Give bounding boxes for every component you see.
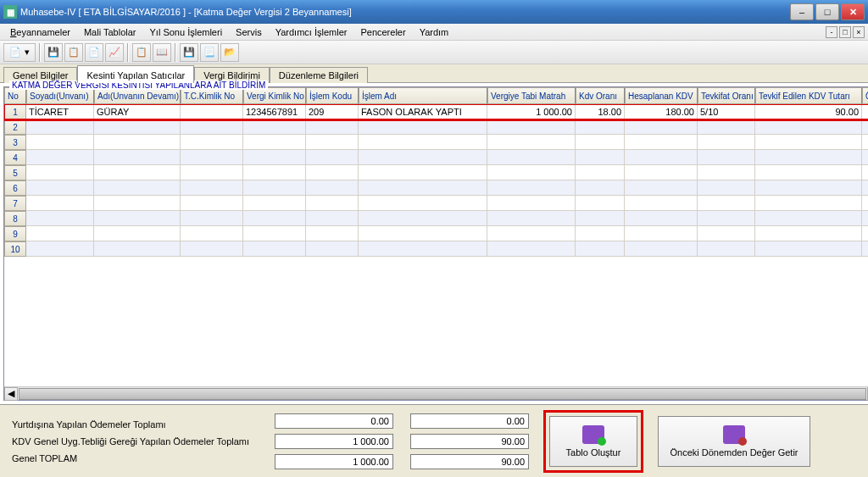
col-tevkifat-orani[interactable]: Tevkifat Oranı <box>698 87 755 104</box>
minimize-button[interactable]: – <box>790 3 814 20</box>
grid-cell[interactable] <box>94 180 181 196</box>
menu-servis[interactable]: Servis <box>229 25 269 39</box>
grid-cell[interactable] <box>698 211 755 226</box>
grid-cell[interactable] <box>359 135 487 150</box>
grid-cell[interactable] <box>359 165 487 180</box>
mdi-minimize[interactable]: - <box>826 26 837 38</box>
table-row[interactable]: 2 <box>4 119 868 135</box>
col-islem-kodu[interactable]: İşlem Kodu <box>306 87 359 104</box>
menu-yardim[interactable]: Yardım <box>413 25 456 39</box>
grid-cell[interactable]: 90.00 <box>755 104 862 119</box>
grid-cell[interactable] <box>755 119 862 135</box>
grid-cell[interactable] <box>487 150 576 165</box>
grid-cell[interactable] <box>306 135 359 150</box>
toolbar-btn-4[interactable]: 📈 <box>105 43 124 62</box>
col-soyadi[interactable]: Soyadı(Unvanı) <box>26 87 94 104</box>
grid-cell[interactable] <box>181 211 243 226</box>
grid-cell[interactable] <box>359 241 487 257</box>
table-row[interactable]: 10 <box>4 241 868 257</box>
row-header[interactable]: 7 <box>4 196 26 211</box>
field-yurt-disi-2[interactable]: 0.00 <box>410 413 529 429</box>
row-header[interactable]: 2 <box>4 119 26 135</box>
grid-cell[interactable] <box>698 180 755 196</box>
col-hesaplanan-kdv[interactable]: Hesaplanan KDV <box>625 87 698 104</box>
grid-cell[interactable] <box>243 135 306 150</box>
grid-cell[interactable] <box>576 135 625 150</box>
grid-cell[interactable] <box>862 135 868 150</box>
row-header[interactable]: 1 <box>4 104 26 119</box>
grid-cell[interactable] <box>625 196 698 211</box>
grid-cell[interactable] <box>243 180 306 196</box>
grid-cell[interactable] <box>576 196 625 211</box>
grid-cell[interactable] <box>359 180 487 196</box>
table-row[interactable]: 7 <box>4 196 868 211</box>
table-row[interactable]: 4 <box>4 150 868 165</box>
row-header[interactable]: 8 <box>4 211 26 226</box>
grid-cell[interactable] <box>625 211 698 226</box>
grid-cell[interactable] <box>862 211 868 226</box>
grid-cell[interactable] <box>181 150 243 165</box>
grid-cell[interactable] <box>698 241 755 257</box>
grid-cell[interactable]: 18.00 <box>576 104 625 119</box>
onceki-donem-button[interactable]: Önceki Dönemden Değer Getir <box>658 416 810 467</box>
grid-cell[interactable] <box>862 196 868 211</box>
grid-cell[interactable] <box>698 150 755 165</box>
grid-cell[interactable] <box>94 196 181 211</box>
horizontal-scrollbar[interactable]: ◀ ▶ <box>4 386 868 400</box>
grid-cell[interactable] <box>181 135 243 150</box>
grid-cell[interactable] <box>181 226 243 241</box>
grid-cell[interactable] <box>243 211 306 226</box>
grid-cell[interactable] <box>26 119 94 135</box>
grid-cell[interactable] <box>26 196 94 211</box>
grid-cell[interactable] <box>576 119 625 135</box>
toolbar-btn-2[interactable]: 📋 <box>64 43 83 62</box>
grid-cell[interactable] <box>755 196 862 211</box>
grid-cell[interactable] <box>26 165 94 180</box>
grid-cell[interactable] <box>625 165 698 180</box>
grid-cell[interactable] <box>698 165 755 180</box>
grid-cell[interactable] <box>487 211 576 226</box>
grid-cell[interactable] <box>625 150 698 165</box>
row-header[interactable]: 10 <box>4 241 26 257</box>
field-teblig-2[interactable]: 90.00 <box>410 434 529 449</box>
toolbar-btn-9[interactable]: 📂 <box>220 43 239 62</box>
grid-cell[interactable] <box>862 119 868 135</box>
grid-cell[interactable] <box>487 119 576 135</box>
grid-cell[interactable] <box>862 165 868 180</box>
grid-cell[interactable]: 5/10 <box>698 104 755 119</box>
grid-cell[interactable]: 1234567891 <box>243 104 306 119</box>
grid-cell[interactable] <box>359 211 487 226</box>
menu-pencereler[interactable]: Pencereler <box>353 25 412 39</box>
grid-cell[interactable] <box>755 135 862 150</box>
grid-cell[interactable] <box>698 226 755 241</box>
grid-cell[interactable] <box>243 119 306 135</box>
col-od[interactable]: Öd <box>862 87 868 104</box>
grid-cell[interactable] <box>862 180 868 196</box>
menu-mali-tablolar[interactable]: Mali Tablolar <box>77 25 143 39</box>
grid-cell[interactable]: TİCARET <box>26 104 94 119</box>
grid-cell[interactable] <box>94 150 181 165</box>
grid-cell[interactable]: 209 <box>306 104 359 119</box>
field-genel-1[interactable]: 1 000.00 <box>275 454 393 469</box>
table-row[interactable]: 9 <box>4 226 868 241</box>
grid-cell[interactable] <box>625 119 698 135</box>
grid-cell[interactable] <box>306 150 359 165</box>
grid-cell[interactable] <box>576 165 625 180</box>
grid-cell[interactable] <box>755 165 862 180</box>
table-row[interactable]: 5 <box>4 165 868 180</box>
grid-cell[interactable] <box>26 211 94 226</box>
table-row[interactable]: 6 <box>4 180 868 196</box>
grid-cell[interactable] <box>862 241 868 257</box>
grid-cell[interactable] <box>243 196 306 211</box>
grid-cell[interactable] <box>625 135 698 150</box>
grid-cell[interactable]: 180.00 <box>625 104 698 119</box>
grid-cell[interactable] <box>698 196 755 211</box>
grid-cell[interactable] <box>181 119 243 135</box>
maximize-button[interactable]: □ <box>815 3 839 20</box>
grid-cell[interactable] <box>862 104 868 119</box>
grid-cell[interactable] <box>576 180 625 196</box>
grid-cell[interactable] <box>243 165 306 180</box>
grid-cell[interactable] <box>94 135 181 150</box>
col-no[interactable]: No <box>4 87 26 104</box>
grid-cell[interactable] <box>306 165 359 180</box>
